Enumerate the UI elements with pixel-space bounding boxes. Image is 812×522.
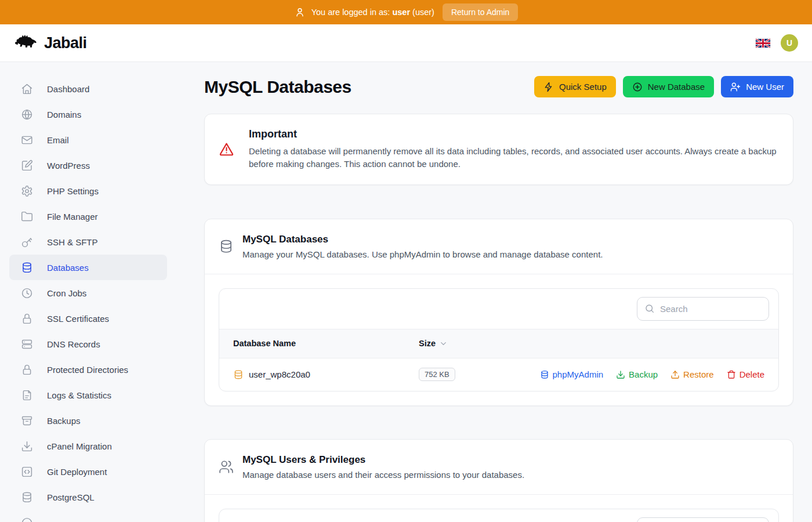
users-table-panel: User Database Privileges — [219, 509, 779, 522]
column-header-actions — [526, 329, 778, 358]
user-icon — [294, 6, 306, 18]
logged-in-role: (user) — [412, 8, 434, 17]
file-text-icon — [21, 389, 33, 401]
sidebar-item-label: Dashboard — [47, 84, 89, 94]
databases-search-input[interactable] — [660, 304, 762, 314]
sidebar-item-postgresql[interactable]: PostgreSQL — [9, 484, 167, 510]
sidebar-item-label: File Manager — [47, 212, 98, 222]
circle-icon — [21, 517, 33, 522]
users-icon — [219, 459, 234, 474]
sidebar-item-protected-directories[interactable]: Protected Directories — [9, 357, 167, 382]
databases-search[interactable] — [637, 297, 769, 321]
sidebar-item-ssh-sftp[interactable]: SSH & SFTP — [9, 229, 167, 255]
restore-button[interactable]: Restore — [670, 369, 714, 379]
section-title: MySQL Databases — [242, 234, 603, 245]
page-title: MySQL Databases — [204, 77, 351, 97]
uk-flag-icon — [756, 38, 770, 48]
language-flag-icon[interactable] — [756, 38, 770, 48]
users-search[interactable] — [637, 517, 769, 522]
table-row: user_wp8c20a0 752 KB phpMyAdmin — [219, 358, 778, 391]
sidebar-item-logs-statistics[interactable]: Logs & Statistics — [9, 382, 167, 408]
sidebar-item-label: cPanel Migration — [47, 441, 112, 451]
size-badge: 752 KB — [419, 368, 455, 381]
section-title: MySQL Users & Privileges — [242, 454, 524, 466]
column-header-database-name: Database Name — [219, 329, 405, 358]
sidebar-item-git-deployment[interactable]: Git Deployment — [9, 459, 167, 484]
database-icon — [219, 239, 234, 254]
sidebar-item-cron-jobs[interactable]: Cron Jobs — [9, 280, 167, 306]
download-icon — [616, 370, 625, 379]
new-user-button[interactable]: New User — [721, 76, 793, 97]
sidebar-item-label: Cron Jobs — [47, 288, 86, 298]
important-notice: Important Deleting a database will perma… — [204, 114, 793, 185]
warning-icon — [219, 142, 234, 157]
mysql-users-section: MySQL Users & Privileges Manage database… — [204, 439, 793, 522]
database-icon — [540, 370, 549, 379]
section-description: Manage your MySQL databases. Use phpMyAd… — [242, 249, 603, 259]
phpmyadmin-link[interactable]: phpMyAdmin — [540, 369, 604, 379]
brand-logo[interactable]: Jabali — [14, 32, 87, 53]
bolt-icon — [543, 82, 554, 92]
sidebar-item-label: Domains — [47, 110, 81, 119]
archive-icon — [21, 415, 33, 427]
sidebar-item-php-settings[interactable]: PHP Settings — [9, 178, 167, 204]
notice-body: Deleting a database will permanently rem… — [249, 145, 779, 171]
sidebar-item-label: Databases — [47, 263, 89, 273]
databases-table-panel: Database Name Size — [219, 288, 779, 392]
section-description: Manage database users and their access p… — [242, 470, 524, 480]
impersonation-bar: You are logged in as: user (user) Return… — [0, 0, 812, 24]
database-icon — [21, 262, 33, 274]
server-icon — [21, 338, 33, 350]
chevron-down-icon — [439, 339, 448, 348]
code-icon — [21, 466, 33, 478]
backup-button[interactable]: Backup — [616, 369, 658, 379]
delete-button[interactable]: Delete — [727, 369, 764, 379]
gear-icon — [21, 185, 33, 197]
mail-icon — [21, 134, 33, 146]
sidebar-item-ssl-certificates[interactable]: SSL Certificates — [9, 306, 167, 331]
user-avatar[interactable]: U — [781, 34, 798, 52]
sidebar-item-domains[interactable]: Domains — [9, 102, 167, 127]
key-icon — [21, 236, 33, 248]
main-content: MySQL Databases Quick Setup New Database… — [176, 62, 812, 522]
sidebar-item-label: Git Deployment — [47, 467, 107, 477]
logged-in-as: You are logged in as: user (user) — [294, 6, 434, 18]
logged-in-prefix: You are logged in as: — [311, 8, 390, 17]
home-icon — [21, 83, 33, 95]
notice-title: Important — [249, 128, 779, 140]
sidebar-item-label: Email — [47, 135, 69, 145]
new-database-button[interactable]: New Database — [623, 76, 714, 97]
sidebar-item-label: SSH & SFTP — [47, 237, 98, 247]
sidebar-item-wordpress[interactable]: WordPress — [9, 153, 167, 178]
trash-icon — [727, 370, 736, 379]
user-plus-icon — [730, 82, 741, 92]
logged-in-username: user — [392, 8, 410, 17]
sidebar-item-partial[interactable] — [9, 510, 167, 522]
database-icon — [233, 369, 244, 380]
sidebar-item-file-manager[interactable]: File Manager — [9, 204, 167, 229]
sidebar-item-email[interactable]: Email — [9, 127, 167, 153]
plus-circle-icon — [632, 82, 643, 92]
column-header-size[interactable]: Size — [405, 329, 525, 358]
sidebar-item-cpanel-migration[interactable]: cPanel Migration — [9, 433, 167, 459]
sidebar-item-dns-records[interactable]: DNS Records — [9, 331, 167, 357]
sidebar-item-databases[interactable]: Databases — [9, 255, 167, 280]
sidebar-item-label: PHP Settings — [47, 186, 99, 196]
mysql-databases-section: MySQL Databases Manage your MySQL databa… — [204, 219, 793, 407]
sidebar-item-label: Backups — [47, 416, 81, 426]
clock-icon — [21, 287, 33, 299]
sidebar-item-dashboard[interactable]: Dashboard — [9, 76, 167, 102]
return-to-admin-button[interactable]: Return to Admin — [443, 3, 518, 21]
sidebar-item-label: Logs & Statistics — [47, 390, 111, 400]
sidebar-item-label: Protected Directories — [47, 365, 128, 375]
lock-icon — [21, 364, 33, 376]
lock-icon — [21, 313, 33, 325]
sidebar-item-backups[interactable]: Backups — [9, 408, 167, 433]
quick-setup-button[interactable]: Quick Setup — [534, 76, 616, 97]
sidebar-item-label: SSL Certificates — [47, 314, 109, 324]
upload-icon — [670, 370, 680, 379]
database-icon — [21, 491, 33, 503]
globe-icon — [21, 108, 33, 121]
search-icon — [644, 303, 655, 314]
download-icon — [21, 440, 33, 452]
